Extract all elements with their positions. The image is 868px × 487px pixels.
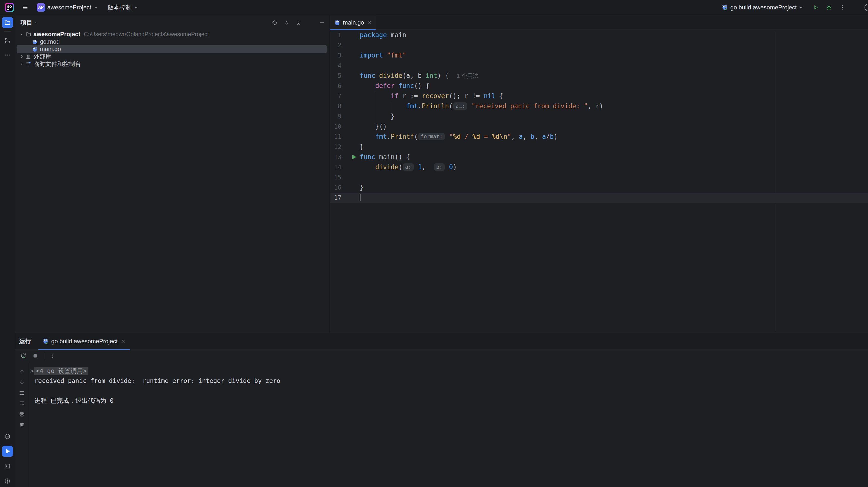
code-token: . [418,102,422,110]
arrow-up-button[interactable] [19,368,26,375]
project-panel-title[interactable]: 项目 [21,19,39,27]
tree-item-go-mod[interactable]: go.mod [17,38,327,45]
hide-icon [319,20,325,26]
project-panel-header: 项目 [15,15,330,30]
code-line-9[interactable]: 9 } [330,111,868,121]
code-text: package main [360,30,868,40]
stripe-project-folder-button[interactable] [2,17,13,28]
line-number: 8 [330,101,360,111]
main-menu-button[interactable] [19,2,31,13]
code-line-15[interactable]: 15 [330,172,868,182]
print-button[interactable] [19,411,26,418]
chevron-down-icon[interactable] [19,32,25,36]
code-line-12[interactable]: 12} [330,142,868,152]
fold-expand-icon[interactable]: > [30,366,34,376]
code-token: %d [492,133,499,140]
folded-text[interactable]: <4 go 设置调用> [34,367,88,375]
run-tab[interactable]: go build awesomeProject [38,333,130,349]
more-options-button[interactable] [305,18,315,28]
code-token [360,82,375,89]
more-tools-icon [4,52,11,58]
run-config-gopher-icon [721,4,728,11]
code-line-4[interactable]: 4 [330,60,868,70]
services-icon [4,433,11,440]
code-line-11[interactable]: 11 fmt.Printf(format: "%d / %d = %d\n", … [330,132,868,142]
soft-wrap-button[interactable] [19,389,26,396]
usage-hint: 1 个用法 [457,73,478,79]
code-line-2[interactable]: 2 [330,40,868,50]
project-tree: awesomeProjectC:\Users\meowr\GolandProje… [15,30,330,333]
stripe-structure-button[interactable] [2,35,13,46]
tab-main-go[interactable]: main.go [330,15,376,30]
code-line-8[interactable]: 8 fmt.Println(a…: "received panic from d… [330,101,868,111]
code-token: package [360,31,387,39]
chevron-right-icon[interactable] [19,54,25,59]
code-line-7[interactable]: 7 if r := recover(); r != nil { [330,91,868,101]
stripe-services-button[interactable] [2,431,13,442]
code-token: 0 [449,163,453,171]
code-text: } [360,142,868,152]
code-line-1[interactable]: 1package main [330,30,868,40]
rerun-button[interactable] [19,351,28,361]
tree-item-label: main.go [40,46,61,53]
logo-underscore [7,9,9,10]
run-config-name[interactable]: go build awesomeProject [730,4,797,11]
code-line-13[interactable]: 13func main() { [330,152,868,162]
vcs-widget[interactable]: 版本控制 [105,2,142,13]
code-token: "received panic from divide: " [471,102,588,110]
close-icon[interactable] [367,20,372,25]
clear-button[interactable] [19,421,26,428]
code-line-17[interactable]: 17 [330,193,868,203]
structure-icon [4,37,11,44]
run-main-gutter-icon[interactable] [351,154,357,160]
arrow-down-button[interactable] [19,379,26,385]
expand-all-button[interactable] [281,18,291,28]
code-line-16[interactable]: 16} [330,182,868,193]
code-token: b [531,133,534,140]
line-number: 3 [330,50,360,60]
stripe-problems-button[interactable] [2,476,13,487]
code-token: ( [399,163,403,171]
code-line-10[interactable]: 10 }() [330,121,868,132]
tree-item--[interactable]: 临时文件和控制台 [17,60,327,68]
close-icon[interactable] [121,339,126,344]
code-line-14[interactable]: 14 divide(a: 1, b: 0) [330,162,868,172]
code-line-6[interactable]: 6 defer func() { [330,81,868,91]
code-line-3[interactable]: 3import "fmt" [330,50,868,60]
project-widget[interactable]: AP awesomeProject [34,2,101,13]
inlay-hint: a: [403,163,413,171]
code-token: func [360,153,375,161]
code-token: if [391,92,398,99]
tree-item-main-go[interactable]: main.go [17,45,327,53]
editor-area: main.go 1package main23import "fmt"45fun… [330,15,868,333]
code-token [445,163,449,171]
stripe-run-fill-button[interactable] [2,446,13,457]
code-editor[interactable]: 1package main23import "fmt"45func divide… [330,30,868,333]
code-token: () { [414,82,430,89]
stripe-more-tools-button[interactable] [2,50,13,60]
stripe-terminal-button[interactable] [2,461,13,471]
code-token: \n [500,133,507,140]
hide-button[interactable] [317,18,327,28]
tree-item-awesomeproject[interactable]: awesomeProjectC:\Users\meowr\GolandProje… [17,30,327,38]
run-config-gopher-icon [42,338,49,344]
run-panel-toolbar [15,350,868,362]
debug-button[interactable] [823,2,835,13]
tree-item--[interactable]: 外部库 [17,53,327,60]
stop-icon [32,353,38,359]
collapse-all-button[interactable] [293,18,303,28]
code-line-5[interactable]: 5func divide(a, b int) { 1 个用法 [330,70,868,81]
terminal-icon [4,463,11,469]
code-token: 1 [418,163,422,171]
console-output[interactable]: ><4 go 设置调用>received panic from divide: … [29,362,868,487]
more-button[interactable] [48,351,57,361]
line-number: 6 [330,81,360,91]
scroll-end-button[interactable] [19,400,26,407]
more-actions-button[interactable] [836,2,848,13]
stop-button[interactable] [30,351,40,361]
code-token: "fmt" [387,52,406,59]
project-name: awesomeProject [47,4,91,11]
run-button[interactable] [810,2,822,13]
locate-button[interactable] [270,18,280,28]
chevron-right-icon[interactable] [19,62,25,66]
